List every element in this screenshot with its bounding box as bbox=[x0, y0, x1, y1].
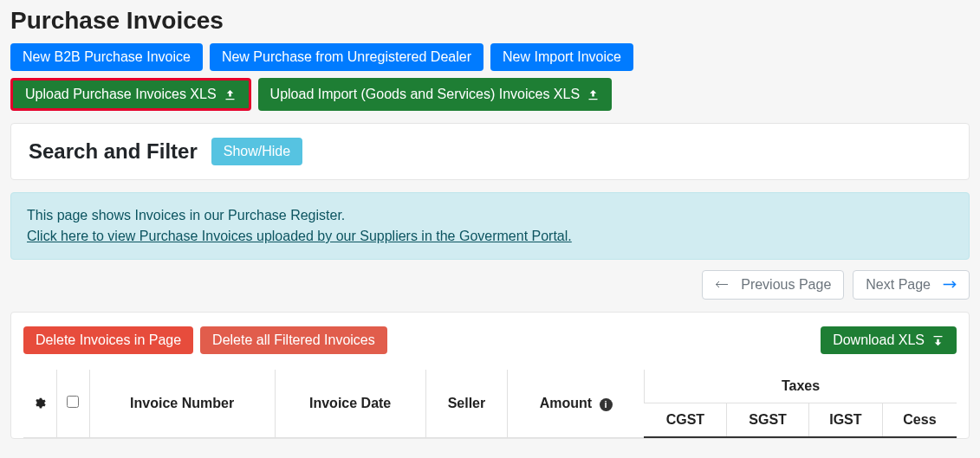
previous-page-label: Previous Page bbox=[741, 277, 831, 293]
select-all-checkbox[interactable] bbox=[67, 396, 79, 408]
col-cess[interactable]: Cess bbox=[882, 403, 957, 438]
col-sgst[interactable]: SGST bbox=[727, 403, 809, 438]
previous-page-button[interactable]: Previous Page bbox=[702, 270, 844, 300]
col-invoice-number[interactable]: Invoice Number bbox=[89, 370, 275, 437]
search-filter-card: Search and Filter Show/Hide bbox=[10, 123, 970, 180]
supplier-portal-link[interactable]: Click here to view Purchase Invoices upl… bbox=[27, 226, 572, 247]
col-amount-label: Amount bbox=[540, 396, 592, 410]
info-banner: This page shows Invoices in our Purchase… bbox=[10, 192, 970, 260]
new-unregistered-dealer-button[interactable]: New Purchase from Unregistered Dealer bbox=[210, 43, 484, 71]
upload-actions-row: Upload Purchase Invoices XLS Upload Impo… bbox=[10, 78, 970, 111]
col-cgst[interactable]: CGST bbox=[644, 403, 726, 438]
pagination: Previous Page Next Page bbox=[10, 270, 970, 300]
col-amount[interactable]: Amount i bbox=[508, 370, 645, 437]
show-hide-filter-button[interactable]: Show/Hide bbox=[211, 138, 302, 165]
new-b2b-invoice-button[interactable]: New B2B Purchase Invoice bbox=[10, 43, 203, 71]
upload-purchase-xls-button[interactable]: Upload Purchase Invoices XLS bbox=[10, 78, 251, 111]
upload-import-xls-button[interactable]: Upload Import (Goods and Services) Invoi… bbox=[258, 78, 613, 111]
next-page-label: Next Page bbox=[866, 277, 931, 293]
upload-icon bbox=[587, 88, 600, 101]
col-seller[interactable]: Seller bbox=[425, 370, 508, 437]
search-filter-heading: Search and Filter bbox=[29, 139, 198, 164]
delete-filtered-invoices-button[interactable]: Delete all Filtered Invoices bbox=[200, 326, 387, 354]
upload-icon bbox=[224, 88, 237, 101]
info-icon[interactable]: i bbox=[600, 398, 613, 411]
upload-purchase-xls-label: Upload Purchase Invoices XLS bbox=[25, 87, 217, 102]
col-invoice-date[interactable]: Invoice Date bbox=[275, 370, 425, 437]
col-taxes-group: Taxes bbox=[644, 370, 957, 403]
download-icon bbox=[931, 334, 944, 347]
primary-actions-row: New B2B Purchase Invoice New Purchase fr… bbox=[10, 43, 970, 71]
download-xls-button[interactable]: Download XLS bbox=[821, 326, 957, 354]
download-xls-label: Download XLS bbox=[833, 332, 925, 348]
table-toolbar: Delete Invoices in Page Delete all Filte… bbox=[23, 326, 957, 354]
invoice-table-card: Delete Invoices in Page Delete all Filte… bbox=[10, 312, 970, 439]
invoice-table: Invoice Number Invoice Date Seller Amoun… bbox=[23, 370, 957, 438]
upload-import-xls-label: Upload Import (Goods and Services) Invoi… bbox=[270, 87, 581, 102]
next-page-button[interactable]: Next Page bbox=[853, 270, 970, 300]
col-igst[interactable]: IGST bbox=[808, 403, 882, 438]
page-title: Purchase Invoices bbox=[10, 7, 970, 35]
delete-invoices-page-button[interactable]: Delete Invoices in Page bbox=[23, 326, 193, 354]
new-import-invoice-button[interactable]: New Import Invoice bbox=[490, 43, 633, 71]
info-text: This page shows Invoices in our Purchase… bbox=[27, 205, 953, 226]
gear-icon[interactable] bbox=[33, 397, 46, 410]
